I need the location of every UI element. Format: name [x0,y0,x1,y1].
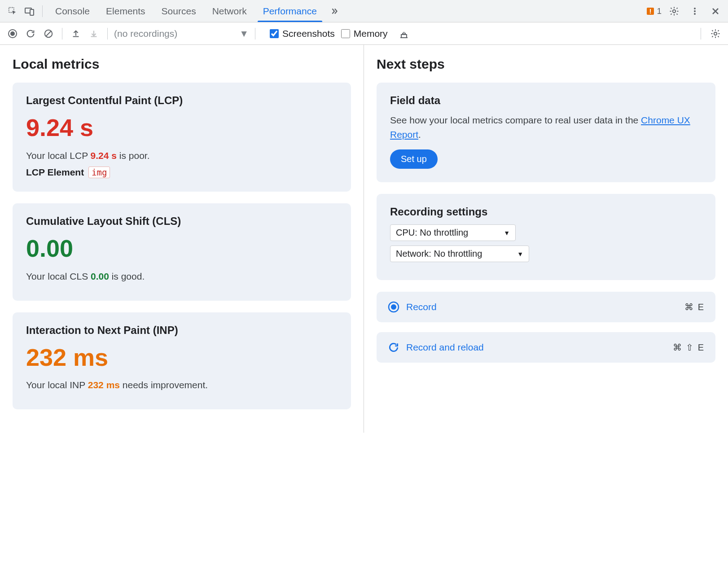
record-action[interactable]: Record ⌘ E [377,292,715,322]
next-steps-column: Next steps Field data See how your local… [364,45,728,433]
field-data-description: See how your local metrics compare to re… [390,113,702,141]
upload-icon[interactable] [69,26,83,41]
next-steps-heading: Next steps [377,57,715,72]
clear-icon[interactable] [41,26,56,41]
divider [701,28,701,39]
cpu-throttling-value: CPU: No throttling [396,228,468,238]
inspect-element-icon[interactable] [4,3,21,19]
chevron-down-icon: ▼ [239,28,249,39]
inp-description: Your local INP 232 ms needs improvement. [26,380,338,390]
svg-point-14 [714,32,717,35]
cls-card: Cumulative Layout Shift (CLS) 0.00 Your … [13,203,351,301]
issues-badge[interactable]: 1 [646,6,662,16]
tab-network[interactable]: Network [204,0,255,22]
inp-card: Interaction to Next Paint (INP) 232 ms Y… [13,312,351,410]
cls-value: 0.00 [26,234,338,263]
download-icon[interactable] [87,26,101,41]
memory-checkbox-input[interactable] [341,29,350,38]
svg-point-16 [391,304,396,310]
field-data-card: Field data See how your local metrics co… [377,83,715,182]
local-metrics-column: Local metrics Largest Contentful Paint (… [0,45,364,433]
reload-icon[interactable] [23,26,38,41]
recording-settings-card: Recording settings CPU: No throttling ▼ … [377,194,715,280]
divider [62,28,62,39]
tab-elements[interactable]: Elements [98,0,153,22]
svg-point-11 [10,31,15,36]
inp-value: 232 ms [26,343,338,372]
lcp-title: Largest Contentful Paint (LCP) [26,94,338,107]
recording-settings-title: Recording settings [390,206,702,218]
divider [107,28,108,39]
inp-title: Interaction to Next Paint (INP) [26,324,338,337]
recordings-label: (no recordings) [114,28,177,39]
chevron-down-icon: ▼ [504,229,510,237]
svg-point-9 [694,13,696,15]
screenshots-checkbox-input[interactable] [270,29,279,38]
device-toolbar-icon[interactable] [22,3,38,19]
cls-title: Cumulative Layout Shift (CLS) [26,215,338,228]
more-tabs-chevron-icon[interactable] [325,0,344,22]
record-icon [387,301,400,313]
svg-point-8 [694,10,696,12]
svg-rect-4 [650,9,651,12]
record-button-icon[interactable] [5,26,20,41]
local-metrics-heading: Local metrics [13,57,351,72]
record-reload-shortcut: ⌘ ⇧ E [673,342,705,353]
lcp-element-tag[interactable]: img [88,167,110,178]
record-shortcut: ⌘ E [684,302,705,312]
performance-toolbar: (no recordings) ▼ Screenshots Memory [0,22,728,45]
lcp-element-label: LCP Element [26,167,84,177]
recordings-dropdown[interactable]: (no recordings) ▼ [114,28,249,39]
field-data-title: Field data [390,94,702,107]
lcp-card: Largest Contentful Paint (LCP) 9.24 s Yo… [13,83,351,192]
svg-rect-2 [30,9,34,15]
memory-label: Memory [354,28,388,39]
tab-console[interactable]: Console [47,0,98,22]
tab-sources[interactable]: Sources [153,0,204,22]
svg-point-7 [694,8,696,9]
screenshots-checkbox[interactable]: Screenshots [270,28,335,39]
divider [255,28,255,39]
chevron-down-icon: ▼ [517,250,523,258]
more-menu-icon[interactable] [687,3,703,19]
collect-garbage-icon[interactable] [397,26,411,41]
svg-point-6 [673,9,675,12]
lcp-element-row: LCP Element img [26,167,338,178]
capture-settings-gear-icon[interactable] [708,26,723,41]
set-up-button[interactable]: Set up [390,149,438,169]
cls-description: Your local CLS 0.00 is good. [26,271,338,282]
issues-count: 1 [657,6,662,16]
close-devtools-icon[interactable] [707,3,724,19]
record-reload-label: Record and reload [406,342,484,353]
record-label: Record [406,302,437,312]
performance-panel-body: Local metrics Largest Contentful Paint (… [0,45,728,433]
lcp-value: 9.24 s [26,113,338,142]
network-throttling-value: Network: No throttling [396,249,482,259]
screenshots-label: Screenshots [282,28,335,39]
svg-rect-13 [401,35,407,38]
record-reload-action[interactable]: Record and reload ⌘ ⇧ E [377,332,715,363]
svg-rect-5 [650,13,651,13]
lcp-description: Your local LCP 9.24 s is poor. [26,150,338,161]
devtools-tabbar: Console Elements Sources Network Perform… [0,0,728,22]
memory-checkbox[interactable]: Memory [341,28,388,39]
network-throttling-dropdown[interactable]: Network: No throttling ▼ [390,246,529,262]
panel-tabs: Console Elements Sources Network Perform… [47,0,344,22]
tab-performance[interactable]: Performance [255,0,325,22]
divider [42,5,43,17]
reload-icon [387,341,400,354]
settings-gear-icon[interactable] [666,3,682,19]
cpu-throttling-dropdown[interactable]: CPU: No throttling ▼ [390,224,516,241]
